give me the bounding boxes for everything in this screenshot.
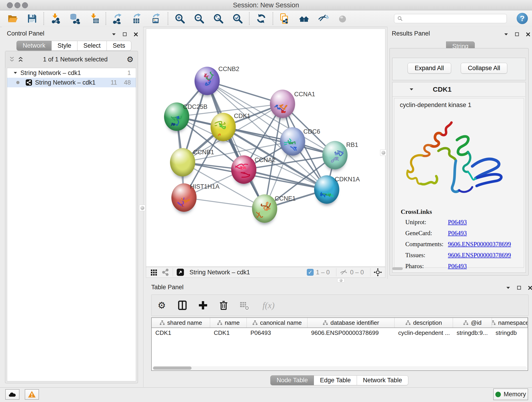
gear-icon[interactable]: ⚙ bbox=[127, 55, 133, 64]
function-builder-button[interactable]: f(x) bbox=[258, 299, 279, 312]
show-columns-button[interactable] bbox=[176, 299, 189, 312]
delete-table-button[interactable] bbox=[238, 299, 251, 312]
hide-style-icon bbox=[318, 13, 329, 24]
panel-close-icon[interactable] bbox=[133, 32, 139, 37]
tab-network-table[interactable]: Network Table bbox=[357, 375, 408, 385]
zoom-out-icon bbox=[194, 13, 205, 24]
table-hscrollbar-thumb[interactable] bbox=[153, 366, 191, 370]
panel-close-icon[interactable] bbox=[525, 32, 531, 37]
crosslink-value-link[interactable]: P06493 bbox=[448, 230, 467, 237]
expand-all-button[interactable]: Expand All bbox=[408, 63, 451, 74]
cloud-button[interactable] bbox=[5, 389, 19, 400]
zoom-selected-button[interactable] bbox=[231, 12, 244, 25]
column-header--id[interactable]: @id bbox=[453, 318, 492, 327]
tree-expander-icon[interactable] bbox=[13, 70, 18, 76]
network-node-CCNB1[interactable] bbox=[170, 148, 195, 177]
refresh-button[interactable] bbox=[254, 12, 268, 25]
network-node-CDC6[interactable] bbox=[280, 127, 305, 156]
show-style-button[interactable] bbox=[336, 12, 349, 25]
export-table-button[interactable] bbox=[130, 12, 144, 25]
section-expander-icon[interactable] bbox=[409, 86, 414, 92]
panel-float-icon[interactable] bbox=[514, 32, 520, 37]
memory-button[interactable]: Memory bbox=[493, 389, 528, 400]
panel-menu-icon[interactable] bbox=[503, 32, 509, 37]
tab-style[interactable]: Style bbox=[51, 41, 77, 51]
right-splitter-grip[interactable] bbox=[380, 149, 386, 156]
save-button[interactable] bbox=[25, 12, 39, 25]
column-header-canonical-name[interactable]: canonical name bbox=[247, 318, 307, 327]
grid-view-icon[interactable] bbox=[150, 268, 158, 276]
crosslink-value-link[interactable]: P06493 bbox=[448, 219, 467, 226]
network-node-CCNA1[interactable] bbox=[270, 89, 295, 118]
window-close-button[interactable] bbox=[7, 2, 13, 8]
import-database-icon bbox=[70, 13, 80, 24]
selected-checkbox-icon[interactable]: ✓ bbox=[307, 269, 314, 276]
search-field[interactable] bbox=[394, 14, 507, 23]
crosslink-value-link[interactable]: P06493 bbox=[448, 263, 467, 270]
collapse-all-tree-icon[interactable] bbox=[17, 56, 24, 63]
export-network-button[interactable] bbox=[111, 12, 124, 25]
node-label-HIST1H1A: HIST1H1A bbox=[190, 183, 220, 190]
column-header-description[interactable]: description bbox=[394, 318, 453, 327]
left-splitter-grip[interactable] bbox=[139, 205, 146, 211]
table-cell: stringdb bbox=[492, 328, 528, 338]
results-scrollbar-thumb[interactable] bbox=[392, 267, 403, 270]
hidden-eye-icon[interactable] bbox=[340, 268, 348, 276]
crosslink-row: Compartments: 9606.ENSP00000378699 bbox=[405, 241, 524, 248]
table-hscrollbar[interactable] bbox=[152, 366, 527, 370]
tab-edge-table[interactable]: Edge Table bbox=[314, 375, 357, 385]
share-view-icon[interactable] bbox=[161, 268, 170, 276]
network-tree-child-row[interactable]: String Network – cdk1 11 48 bbox=[7, 78, 136, 87]
window-minimize-button[interactable] bbox=[14, 2, 20, 8]
import-table-button[interactable] bbox=[88, 12, 101, 25]
zoom-out-button[interactable] bbox=[192, 12, 206, 25]
add-column-button[interactable] bbox=[196, 299, 210, 312]
crosslink-value-link[interactable]: 9606.ENSP00000378699 bbox=[448, 241, 511, 248]
search-input[interactable] bbox=[405, 15, 507, 22]
network-node-RB1[interactable] bbox=[322, 141, 348, 169]
warning-button[interactable] bbox=[25, 389, 39, 400]
table-row[interactable]: CDK1CDK1P064939606.ENSP00000378699cyclin… bbox=[152, 328, 528, 338]
horizontal-splitter-grip[interactable] bbox=[337, 278, 345, 282]
open-folder-button[interactable] bbox=[6, 12, 19, 25]
panel-menu-icon[interactable] bbox=[505, 285, 511, 291]
zoom-fit-button[interactable] bbox=[212, 12, 225, 25]
panel-float-icon[interactable] bbox=[516, 285, 522, 291]
tab-sets[interactable]: Sets bbox=[107, 41, 131, 51]
gene-section-header[interactable]: CDK1 bbox=[393, 82, 525, 97]
table-settings-button[interactable]: ⚙ bbox=[155, 299, 168, 312]
panel-float-icon[interactable] bbox=[122, 32, 128, 37]
tab-select[interactable]: Select bbox=[77, 41, 107, 51]
column-header-namespace[interactable]: namespace bbox=[492, 318, 528, 327]
network-collection-label: String Network – cdk1 bbox=[20, 70, 127, 77]
string-home-button[interactable] bbox=[298, 12, 311, 25]
collapse-all-button[interactable]: Collapse All bbox=[461, 63, 507, 74]
network-node-CCNB2[interactable] bbox=[195, 67, 220, 95]
hide-style-button[interactable] bbox=[317, 12, 330, 25]
network-node-CCNE1[interactable] bbox=[252, 194, 277, 223]
network-node-CCNA2[interactable] bbox=[231, 155, 256, 184]
panel-menu-icon[interactable] bbox=[111, 32, 117, 37]
column-header-name[interactable]: name bbox=[210, 318, 247, 327]
column-header-shared-name[interactable]: shared name bbox=[152, 318, 210, 327]
help-button[interactable]: ? bbox=[517, 13, 528, 24]
tab-network[interactable]: Network bbox=[17, 41, 51, 51]
tab-node-table[interactable]: Node Table bbox=[270, 375, 314, 385]
network-node-CDK1[interactable] bbox=[210, 113, 236, 141]
fit-content-icon[interactable] bbox=[374, 268, 382, 276]
birdseye-view-icon[interactable] bbox=[176, 268, 184, 276]
clone-network-button[interactable] bbox=[278, 12, 291, 25]
column-header-database-identifier[interactable]: database identifier bbox=[307, 318, 394, 327]
panel-close-icon[interactable] bbox=[527, 285, 532, 291]
export-image-button[interactable] bbox=[150, 12, 163, 25]
import-database-button[interactable] bbox=[68, 12, 82, 25]
import-network-button[interactable] bbox=[49, 12, 62, 25]
network-tree-root-row[interactable]: String Network – cdk1 1 bbox=[7, 68, 136, 78]
network-canvas[interactable]: CCNB2CCNA1CDC25BCDK1CDC6RB1CCNB1CCNA2CDK… bbox=[146, 29, 385, 267]
crosslink-value-link[interactable]: 9606.ENSP00000378699 bbox=[448, 252, 511, 259]
network-share-icon bbox=[25, 79, 32, 86]
zoom-in-button[interactable] bbox=[173, 12, 186, 25]
expand-all-tree-icon[interactable] bbox=[8, 56, 15, 63]
window-zoom-button[interactable] bbox=[22, 2, 28, 8]
delete-column-button[interactable] bbox=[217, 299, 230, 312]
